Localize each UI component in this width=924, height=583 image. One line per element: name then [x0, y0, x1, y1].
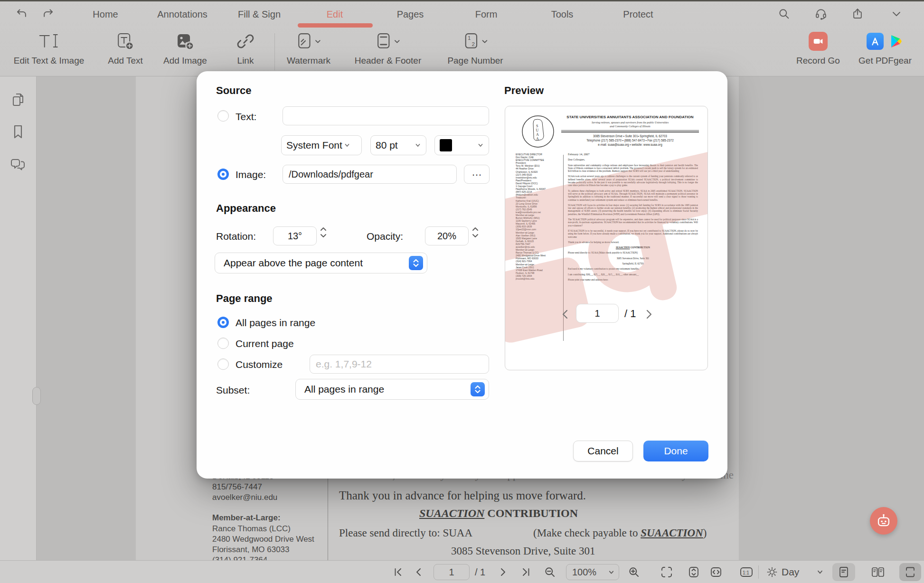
- svg-text:A: A: [536, 132, 539, 137]
- comments-icon[interactable]: [9, 157, 27, 172]
- preview-left-column: EXECUTIVE DIRECTOR Don Naylor, CAE EXECU…: [516, 153, 561, 343]
- header-footer-icon: [376, 32, 392, 50]
- last-page-icon[interactable]: [520, 566, 532, 578]
- tab-tools[interactable]: Tools: [551, 1, 574, 28]
- font-family-dropdown[interactable]: System Font: [281, 135, 362, 155]
- subset-label: Subset:: [216, 385, 250, 396]
- status-bar: / 1 100% 1:1: [0, 560, 924, 583]
- redo-icon[interactable]: [42, 8, 55, 20]
- svg-text:U: U: [536, 128, 539, 132]
- page-thumbnails-icon[interactable]: [10, 92, 26, 108]
- add-text-button[interactable]: Add Text: [108, 31, 143, 66]
- page-range-heading: Page range: [216, 292, 273, 305]
- opacity-stepper[interactable]: [471, 226, 480, 239]
- fit-width-icon[interactable]: [709, 565, 723, 579]
- status-page-total: / 1: [475, 567, 485, 578]
- all-pages-radio[interactable]: [217, 317, 229, 328]
- font-size-dropdown[interactable]: 80 pt: [370, 135, 426, 155]
- day-mode-sun-icon[interactable]: [765, 565, 779, 579]
- cancel-button[interactable]: Cancel: [573, 441, 633, 461]
- appearance-heading: Appearance: [216, 202, 276, 215]
- assistant-robot-button[interactable]: [870, 507, 897, 535]
- single-page-view-icon[interactable]: [837, 565, 850, 579]
- subset-select[interactable]: All pages in range: [295, 379, 489, 400]
- font-color-dropdown[interactable]: [434, 135, 489, 155]
- image-path-input[interactable]: [283, 165, 457, 184]
- current-page-label: Current page: [236, 338, 294, 349]
- day-mode-label[interactable]: Day: [782, 566, 799, 578]
- browse-image-button[interactable]: …: [464, 165, 490, 184]
- preview-tagline: Serving retirees, spouses and survivors …: [567, 121, 693, 128]
- tab-home[interactable]: Home: [93, 1, 118, 28]
- preview-org-name: STATE UNIVERSITIES ANNUITANTS ASSOCIATIO…: [560, 115, 700, 120]
- tab-form[interactable]: Form: [475, 1, 498, 28]
- layer-position-select[interactable]: Appear above the page content: [215, 253, 427, 273]
- actual-size-icon[interactable]: 1:1: [739, 565, 754, 579]
- zoom-level-dropdown[interactable]: 100%: [566, 564, 619, 580]
- watermark-button[interactable]: Watermark: [287, 31, 330, 66]
- watermark-dialog: Source Text: System Font 80 pt Image:: [197, 71, 727, 479]
- text-source-radio[interactable]: [217, 110, 229, 122]
- fit-height-icon[interactable]: [687, 565, 700, 579]
- link-button[interactable]: Link: [236, 31, 255, 66]
- record-go-button[interactable]: Record Go: [796, 31, 840, 66]
- share-icon[interactable]: [851, 8, 864, 20]
- chevron-down-icon: [477, 142, 484, 149]
- watermark-preview-thumbnail: SUAA STATE UNIVERSITIES ANNUITANTS ASSOC…: [505, 106, 708, 370]
- status-page-input[interactable]: [434, 564, 470, 580]
- edit-text-image-button[interactable]: Edit Text & Image: [14, 31, 85, 66]
- source-heading: Source: [216, 85, 252, 97]
- bookmarks-icon[interactable]: [11, 124, 25, 140]
- chrome-bar: Home Annotations Fill & Sign Edit Pages …: [0, 0, 924, 76]
- rotation-input[interactable]: [273, 226, 317, 245]
- preview-heading: Preview: [504, 85, 544, 97]
- get-pdfgear-button[interactable]: Get PDFgear: [858, 31, 912, 66]
- search-icon[interactable]: [778, 8, 791, 20]
- preview-page-input[interactable]: [576, 304, 619, 323]
- customize-pages-input[interactable]: [310, 355, 489, 374]
- robot-icon: [876, 513, 892, 529]
- support-headset-icon[interactable]: [814, 7, 828, 20]
- image-source-label: Image:: [236, 169, 266, 180]
- tab-annotations[interactable]: Annotations: [157, 1, 207, 28]
- edit-text-image-icon: [38, 31, 60, 51]
- fit-screen-icon[interactable]: [660, 565, 673, 579]
- watermark-chevron-icon: [315, 38, 321, 45]
- day-mode-chevron-icon[interactable]: [816, 568, 824, 576]
- zoom-in-icon[interactable]: [628, 566, 641, 579]
- opacity-input[interactable]: [425, 226, 469, 245]
- doc-contribution-title: SUAACTION CONTRIBUTION: [366, 507, 632, 520]
- first-page-icon[interactable]: [392, 566, 404, 578]
- current-page-radio[interactable]: [217, 338, 229, 349]
- toolbar-item-label: Header & Footer: [355, 56, 421, 66]
- two-page-view-icon[interactable]: [871, 565, 885, 579]
- tab-fill-sign[interactable]: Fill & Sign: [238, 1, 281, 28]
- sidebar-resize-handle[interactable]: [32, 387, 41, 405]
- next-page-icon[interactable]: [497, 566, 509, 578]
- preview-next-page-icon[interactable]: [643, 309, 654, 320]
- preview-address-3: e-mail: suaa@suaa.org • website: www.sua…: [560, 142, 700, 147]
- preview-prev-page-icon[interactable]: [560, 309, 571, 320]
- image-source-radio[interactable]: [217, 169, 229, 180]
- doc-left-col-block: Rance Thomas (LCC) 2480 Wedgwood Drive W…: [212, 524, 314, 565]
- previous-page-icon[interactable]: [413, 566, 424, 578]
- add-image-button[interactable]: Add Image: [163, 31, 207, 66]
- customize-radio[interactable]: [217, 358, 229, 370]
- undo-icon[interactable]: [16, 8, 28, 20]
- tab-protect[interactable]: Protect: [623, 1, 653, 28]
- chevron-down-icon: [608, 569, 615, 576]
- rotation-stepper[interactable]: [319, 226, 328, 239]
- watermark-text-input[interactable]: [283, 106, 489, 125]
- all-pages-label: All pages in range: [236, 317, 315, 329]
- svg-text:1:1: 1:1: [743, 570, 749, 575]
- page-number-button[interactable]: 12 Page Number: [447, 31, 503, 66]
- collapse-toolbar-chevron-icon[interactable]: [891, 8, 902, 19]
- continuous-scroll-view-icon[interactable]: [904, 565, 917, 579]
- toolbar-item-label: Edit Text & Image: [14, 56, 85, 66]
- zoom-out-icon[interactable]: [544, 566, 556, 579]
- tab-pages[interactable]: Pages: [397, 1, 424, 28]
- watermark-icon: [296, 32, 312, 50]
- header-footer-button[interactable]: Header & Footer: [355, 31, 421, 66]
- doc-send-line: Please send directly to: SUAA(Make check…: [339, 527, 707, 539]
- done-button[interactable]: Done: [643, 441, 708, 461]
